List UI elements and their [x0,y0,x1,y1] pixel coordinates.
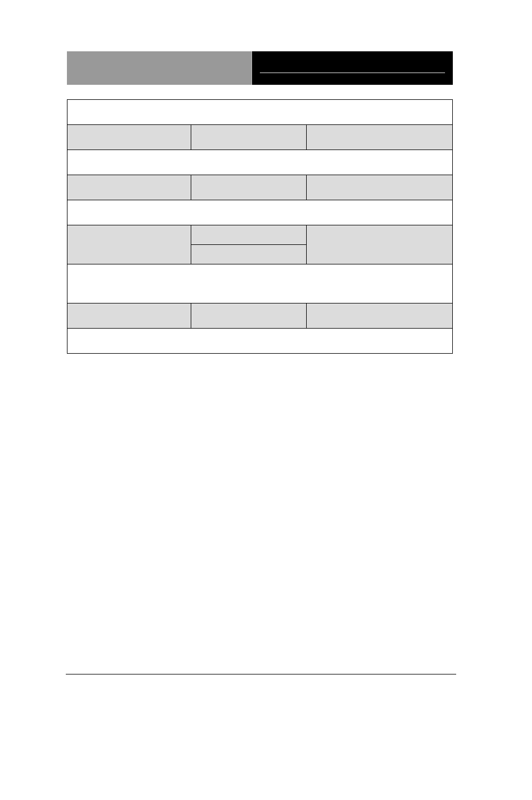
table-cell [67,303,191,328]
table-cell [191,175,306,200]
header-left-block [67,51,252,85]
table-subcell [191,244,306,264]
table-cell [191,125,306,150]
table-row [67,328,452,353]
data-table [67,99,453,354]
table-cell [67,150,452,175]
table-row [67,225,452,264]
table-cell [67,264,452,303]
table-row [67,200,452,225]
table-row [67,264,452,303]
header-right-block [252,51,453,85]
footer-separator [66,674,456,674]
table-cell [67,125,191,150]
table-cell [67,225,191,264]
table-cell [67,100,452,124]
table-cell-stacked [191,225,306,264]
table-row [67,124,452,150]
table-cell [191,303,306,328]
table-cell [306,303,452,328]
table-subcell [191,225,306,244]
table-row [67,303,452,328]
table-row [67,150,452,175]
table-cell [67,175,191,200]
page-content [67,51,453,354]
table-cell [306,225,452,264]
table-cell [306,125,452,150]
table-cell [306,175,452,200]
table-row [67,100,452,124]
table-cell [67,329,452,353]
section-header [67,51,453,85]
table-row [67,175,452,200]
table-cell [67,200,452,225]
